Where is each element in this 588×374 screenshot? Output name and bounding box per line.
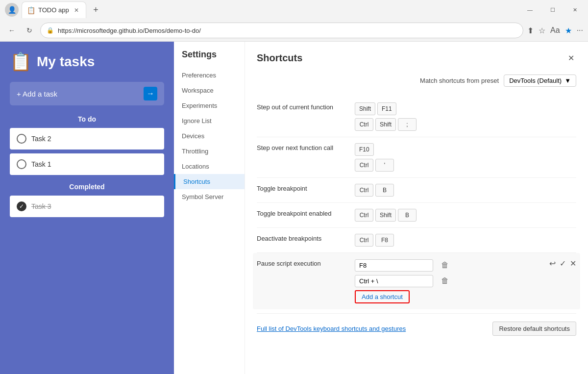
maximize-button[interactable]: ☐ xyxy=(544,5,561,15)
new-tab-button[interactable]: + xyxy=(89,3,103,17)
shortcut-name-toggle-bp-enabled: Toggle breakpoint enabled xyxy=(257,209,355,219)
shortcut-keys-toggle-bp-enabled: CtrlShiftB xyxy=(355,209,576,222)
todo-tasks-list: Task 2Task 1 xyxy=(10,128,164,175)
keyboard-key: Ctrl xyxy=(355,184,373,197)
key-row-step-over-1: Ctrl' xyxy=(355,159,576,172)
shortcut-keys-deactivate-bp: CtrlF8 xyxy=(355,234,576,247)
settings-nav-item-experiments[interactable]: Experiments xyxy=(174,98,245,113)
shortcuts-header: Shortcuts ✕ xyxy=(257,51,576,65)
settings-nav-item-preferences[interactable]: Preferences xyxy=(174,68,245,83)
todo-section-title: To do xyxy=(10,115,164,123)
title-bar: 👤 📋 TODO app ✕ + — ☐ ✕ xyxy=(0,0,588,20)
key-row-toggle-bp-0: CtrlB xyxy=(355,184,576,197)
settings-title: Settings xyxy=(174,50,245,68)
task-checkbox[interactable] xyxy=(17,159,26,169)
shortcut-row-step-over: Step over next function callF10Ctrl' xyxy=(257,137,576,178)
settings-nav-item-devices[interactable]: Devices xyxy=(174,128,245,144)
minimize-button[interactable]: — xyxy=(521,5,539,15)
add-shortcut-row: Add a shortcut xyxy=(355,290,549,303)
address-bar[interactable]: 🔒 https://microsoftedge.github.io/Demos/… xyxy=(40,23,523,38)
confirm-icon[interactable]: ✓ xyxy=(560,259,566,268)
todo-app-title: My tasks xyxy=(37,54,95,70)
close-button[interactable]: ✕ xyxy=(567,5,583,15)
completed-tasks-list: Task 3 xyxy=(10,196,164,217)
settings-nav-item-workspace[interactable]: Workspace xyxy=(174,83,245,98)
shortcut-row-toggle-bp-enabled: Toggle breakpoint enabledCtrlShiftB xyxy=(257,203,576,228)
cancel-icon[interactable]: ✕ xyxy=(570,259,576,268)
shortcuts-content: Shortcuts ✕ Match shortcuts from preset … xyxy=(245,42,588,374)
pause-script-input-1[interactable] xyxy=(355,259,433,272)
key-row-step-out-1: CtrlShift; xyxy=(355,118,576,131)
keyboard-key: ' xyxy=(375,159,394,172)
settings-nav-item-symbol-server[interactable]: Symbol Server xyxy=(174,189,245,204)
task-checkbox[interactable] xyxy=(17,134,26,144)
settings-nav-item-throttling[interactable]: Throttling xyxy=(174,144,245,159)
shortcuts-list: Step out of current functionShiftF11Ctrl… xyxy=(257,97,576,253)
key-row-step-out-0: ShiftF11 xyxy=(355,102,576,115)
nav-bar: ← ↻ 🔒 https://microsoftedge.github.io/De… xyxy=(0,20,588,41)
back-button[interactable]: ← xyxy=(5,24,19,37)
task-item[interactable]: Task 1 xyxy=(10,153,164,175)
profile-icon[interactable]: 👤 xyxy=(5,3,19,17)
more-menu-button[interactable]: ··· xyxy=(577,26,583,35)
tab-title: TODO app xyxy=(38,6,69,14)
browser-tab[interactable]: 📋 TODO app ✕ xyxy=(22,1,86,18)
title-bar-left: 👤 📋 TODO app ✕ + xyxy=(5,1,103,18)
pause-script-delete-2[interactable]: 🗑 xyxy=(439,274,451,287)
settings-nav-item-ignore-list[interactable]: Ignore List xyxy=(174,113,245,128)
shortcuts-page-title: Shortcuts xyxy=(257,52,302,64)
shortcut-row-toggle-bp: Toggle breakpointCtrlB xyxy=(257,178,576,203)
settings-sidebar: Settings PreferencesWorkspaceExperiments… xyxy=(174,42,245,374)
tab-icon: 📋 xyxy=(27,6,35,14)
todo-sidebar: 📋 My tasks + Add a task → To do Task 2Ta… xyxy=(0,42,174,374)
favorites-icon[interactable]: ★ xyxy=(565,26,572,35)
add-task-label: + Add a task xyxy=(17,90,144,98)
keyboard-key: B xyxy=(398,209,416,222)
pause-script-delete-1[interactable]: 🗑 xyxy=(439,259,451,272)
add-task-arrow-icon: → xyxy=(144,87,157,100)
keyboard-key: Shift xyxy=(375,209,396,222)
lock-icon: 🔒 xyxy=(47,27,54,34)
keyboard-key: Ctrl xyxy=(355,159,373,172)
share-icon[interactable]: ⬆ xyxy=(527,26,534,35)
pause-script-keys: 🗑 🗑 Add a shortcut xyxy=(355,259,549,303)
keyboard-key: Shift xyxy=(375,118,396,131)
tab-close-button[interactable]: ✕ xyxy=(72,6,81,15)
settings-nav-item-locations[interactable]: Locations xyxy=(174,159,245,174)
pause-script-row: Pause script execution 🗑 🗑 Add a shortcu… xyxy=(253,253,580,309)
completed-section-title: Completed xyxy=(10,183,164,191)
task-checkbox[interactable] xyxy=(17,201,26,211)
preset-value: DevTools (Default) xyxy=(509,77,562,84)
read-icon[interactable]: Aa xyxy=(550,26,560,35)
add-shortcut-button[interactable]: Add a shortcut xyxy=(355,290,410,303)
undo-icon[interactable]: ↩ xyxy=(549,259,556,268)
pause-script-input-2[interactable] xyxy=(355,275,433,287)
shortcut-keys-step-over: F10Ctrl' xyxy=(355,143,576,172)
preset-arrow-icon: ▼ xyxy=(564,77,571,84)
add-task-button[interactable]: + Add a task → xyxy=(10,82,164,105)
shortcuts-close-button[interactable]: ✕ xyxy=(566,51,576,65)
restore-defaults-button[interactable]: Restore default shortcuts xyxy=(492,322,576,336)
shortcut-name-step-over: Step over next function call xyxy=(257,143,355,153)
keyboard-key: B xyxy=(375,184,394,197)
footer-row: Full list of DevTools keyboard shortcuts… xyxy=(257,313,576,336)
preset-dropdown[interactable]: DevTools (Default) ▼ xyxy=(504,75,576,87)
keyboard-key: F8 xyxy=(375,234,394,247)
keyboard-key: Ctrl xyxy=(355,234,373,247)
todo-header: 📋 My tasks xyxy=(10,51,164,72)
shortcut-name-deactivate-bp: Deactivate breakpoints xyxy=(257,234,355,244)
keyboard-key: Ctrl xyxy=(355,209,373,222)
todo-app-icon: 📋 xyxy=(10,51,32,72)
refresh-button[interactable]: ↻ xyxy=(23,24,36,37)
pause-script-input-row-2: 🗑 xyxy=(355,274,549,287)
collections-icon[interactable]: ☆ xyxy=(539,26,545,35)
devtools-shortcuts-link[interactable]: Full list of DevTools keyboard shortcuts… xyxy=(257,325,406,332)
key-row-deactivate-bp-0: CtrlF8 xyxy=(355,234,576,247)
keyboard-key: F10 xyxy=(355,143,374,156)
task-item[interactable]: Task 2 xyxy=(10,128,164,150)
completed-task-item[interactable]: Task 3 xyxy=(10,196,164,217)
keyboard-key: ; xyxy=(398,118,416,131)
settings-nav-item-shortcuts[interactable]: Shortcuts xyxy=(174,174,245,189)
pause-script-actions: ↩ ✓ ✕ xyxy=(549,259,576,268)
pause-script-input-row-1: 🗑 xyxy=(355,259,549,272)
